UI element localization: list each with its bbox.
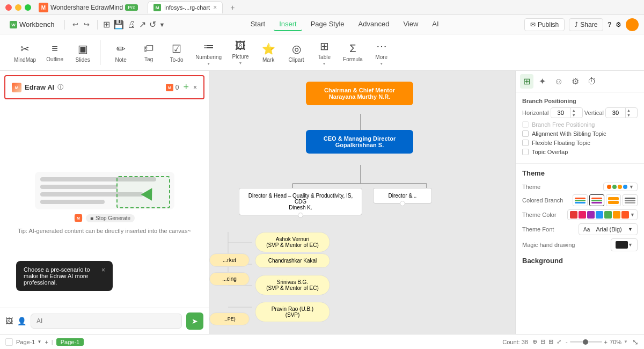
expand-icon[interactable]: ⤡	[632, 338, 639, 346]
avatar[interactable]	[626, 18, 639, 31]
swatch-purple[interactable]	[587, 211, 595, 219]
ai-input-field[interactable]	[31, 314, 182, 329]
vertical-input[interactable]: ▲ ▼	[605, 107, 638, 118]
ceo-node[interactable]: CEO & Managing Director Gopalkrishnan S.	[306, 130, 413, 154]
dropdown-icon[interactable]: ▼	[159, 21, 165, 28]
page-icon[interactable]	[5, 338, 13, 346]
tab-settings[interactable]: ⚙	[568, 74, 582, 89]
print-icon[interactable]: 🖨	[127, 20, 136, 30]
vertical-value-field[interactable]	[606, 108, 625, 117]
left-edge-node-3[interactable]: ...PE)	[209, 312, 250, 325]
maximize-dot[interactable]	[25, 4, 31, 11]
swatch-pink[interactable]	[579, 211, 586, 219]
menu-page-style[interactable]: Page Style	[305, 18, 350, 31]
window-controls[interactable]	[5, 4, 31, 11]
side-node-2[interactable]: Chandrashkar Kakal	[255, 253, 330, 268]
horizontal-down-arrow[interactable]: ▼	[571, 113, 577, 118]
collapse-panel-button[interactable]: ›	[515, 103, 516, 119]
file-tab[interactable]: M infosys-...rg-chart ×	[148, 1, 223, 13]
tab-history[interactable]: ⏱	[584, 75, 599, 89]
add-icon[interactable]: ⊞	[103, 19, 110, 30]
colored-branch-opt-1[interactable]	[573, 194, 588, 206]
menu-start[interactable]: Start	[245, 18, 270, 31]
swatch-deep-orange[interactable]	[621, 211, 629, 219]
minimize-dot[interactable]	[15, 4, 21, 11]
swatch-red[interactable]	[570, 211, 577, 219]
tag-tool[interactable]: 🏷 Tag	[135, 40, 162, 64]
horizontal-value-field[interactable]	[551, 108, 570, 117]
export-icon[interactable]: ↗	[139, 19, 146, 30]
swatch-orange[interactable]	[613, 211, 620, 219]
redo-button[interactable]: ↪	[82, 19, 92, 30]
table-tool[interactable]: ⊞ Table ▼	[311, 38, 338, 68]
share-button[interactable]: ⤴ Share	[569, 18, 603, 31]
undo-button[interactable]: ↩	[70, 19, 80, 30]
formula-tool[interactable]: Σ Formula	[339, 40, 367, 64]
add-tab-button[interactable]: +	[230, 3, 235, 12]
side-node-4[interactable]: Pravin Rao (U.B.) (SVP)	[255, 302, 330, 322]
zoom-out-button[interactable]: -	[566, 339, 568, 345]
colored-branch-opt-4[interactable]	[623, 194, 638, 206]
zoom-in-button[interactable]: +	[604, 339, 608, 345]
mark-tool[interactable]: ⭐ Mark	[255, 40, 282, 65]
zoom-slider-track[interactable]	[570, 341, 602, 343]
settings-icon[interactable]: ⚙	[616, 21, 621, 28]
tab-emoji[interactable]: ☺	[551, 75, 566, 89]
director2-node[interactable]: Director &...	[373, 188, 432, 203]
ai-image-icon[interactable]: 🖼	[5, 317, 13, 325]
ai-person-icon[interactable]: 👤	[17, 317, 26, 325]
note-tool[interactable]: ✏ Note	[107, 40, 134, 65]
ai-close-button[interactable]: ×	[193, 84, 197, 91]
menu-ai[interactable]: AI	[427, 18, 444, 31]
tooltip-close-button[interactable]: ×	[101, 266, 105, 274]
zoom-slider-thumb[interactable]	[583, 339, 588, 345]
fullscreen-icon[interactable]: ⤢	[557, 338, 561, 345]
horizontal-up-arrow[interactable]: ▲	[571, 108, 577, 113]
more-tool[interactable]: ⋯ More ▼	[368, 38, 395, 68]
fit-icon[interactable]: ⊕	[532, 338, 537, 345]
save-icon[interactable]: 💾	[113, 19, 124, 30]
ai-info-icon[interactable]: ⓘ	[57, 83, 63, 91]
canvas-area[interactable]: Chairman & Chief Mentor Narayana Murthy …	[209, 71, 515, 334]
numbering-tool[interactable]: ≔ Numbering ▼	[191, 38, 226, 68]
picture-tool[interactable]: 🖼 Picture ▼	[227, 38, 254, 67]
outline-tool[interactable]: ≡ Outline	[41, 40, 68, 64]
left-edge-node-1[interactable]: ...rket	[209, 253, 250, 267]
tab-layout[interactable]: ⊞	[520, 74, 533, 89]
add-page-button[interactable]: +	[45, 339, 48, 345]
theme-font-selector[interactable]: Aa Arial (Big) ▼	[579, 223, 638, 235]
left-edge-node-2[interactable]: ...cing	[209, 272, 250, 286]
help-icon[interactable]: ?	[608, 21, 611, 28]
slides-tool[interactable]: ▣ Slides	[69, 40, 96, 65]
menu-view[interactable]: View	[398, 18, 423, 31]
side-node-3[interactable]: Srinivas B.G. (SVP & Mentor of EC)	[255, 275, 330, 295]
vertical-up-arrow[interactable]: ▲	[626, 108, 632, 113]
menu-insert[interactable]: Insert	[274, 18, 302, 31]
vertical-down-arrow[interactable]: ▼	[626, 113, 632, 118]
clipart-tool[interactable]: ◎ Clipart	[283, 40, 310, 65]
swatch-blue[interactable]	[596, 211, 603, 219]
swatch-green[interactable]	[604, 211, 612, 219]
free-positioning-checkbox[interactable]	[522, 121, 529, 128]
topic-overlap-checkbox[interactable]	[522, 149, 529, 155]
theme-color-selector[interactable]: ▼	[567, 209, 638, 220]
colored-branch-opt-3[interactable]	[606, 194, 621, 206]
tab-magic[interactable]: ✦	[536, 74, 549, 89]
menu-advanced[interactable]: Advanced	[353, 18, 395, 31]
director1-node[interactable]: Director & Head – Quality & Productivity…	[239, 188, 362, 215]
side-node-1[interactable]: Ashok Vernuri (SVP & Mentor of EC)	[255, 232, 330, 252]
horizontal-input[interactable]: ▲ ▼	[551, 107, 583, 118]
close-dot[interactable]	[5, 4, 12, 11]
mindmap-tool[interactable]: ✂ MindMap	[10, 40, 40, 65]
tab-close-icon[interactable]: ×	[213, 4, 217, 11]
magic-drawing-selector[interactable]: ▼	[611, 238, 638, 251]
publish-button[interactable]: ✉ Publish	[524, 18, 565, 31]
workbench-button[interactable]: W Workbench	[5, 18, 59, 31]
theme-selector[interactable]: ▼	[603, 183, 638, 191]
colored-branch-opt-2[interactable]	[589, 194, 604, 206]
chairman-node[interactable]: Chairman & Chief Mentor Narayana Murthy …	[306, 82, 413, 105]
ai-add-button[interactable]: +	[183, 82, 189, 93]
undo2-icon[interactable]: ↺	[149, 19, 156, 30]
flexible-floating-checkbox[interactable]	[522, 140, 529, 146]
todo-tool[interactable]: ☑ To-do	[163, 40, 190, 65]
